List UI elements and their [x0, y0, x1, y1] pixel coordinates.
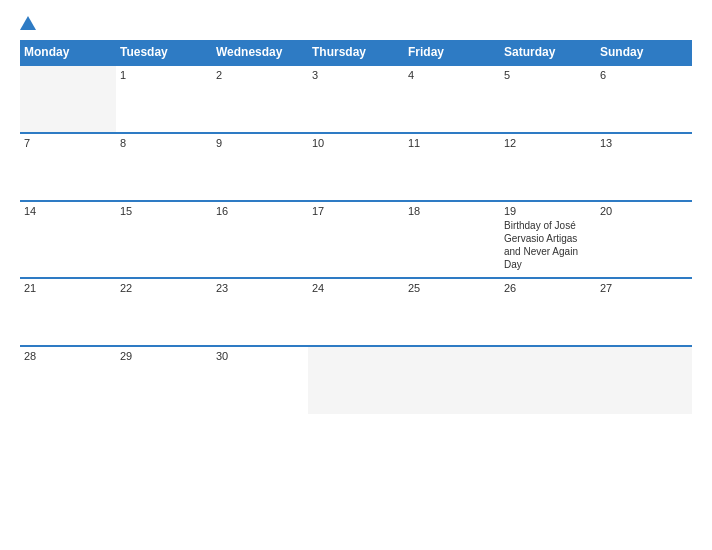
calendar-day-cell: 10 — [308, 133, 404, 201]
calendar-day-cell: 1 — [116, 65, 212, 133]
calendar-day-cell: 21 — [20, 278, 116, 346]
calendar-day-cell: 5 — [500, 65, 596, 133]
day-number: 18 — [408, 205, 496, 217]
day-number: 25 — [408, 282, 496, 294]
calendar-day-cell — [20, 65, 116, 133]
weekday-header-tuesday: Tuesday — [116, 40, 212, 65]
calendar-day-cell: 18 — [404, 201, 500, 278]
calendar-day-cell: 25 — [404, 278, 500, 346]
calendar-day-cell: 12 — [500, 133, 596, 201]
day-number: 17 — [312, 205, 400, 217]
weekday-header-saturday: Saturday — [500, 40, 596, 65]
calendar-day-cell: 28 — [20, 346, 116, 414]
day-number: 14 — [24, 205, 112, 217]
calendar-day-cell: 29 — [116, 346, 212, 414]
calendar-day-cell: 17 — [308, 201, 404, 278]
calendar-day-cell: 14 — [20, 201, 116, 278]
calendar-day-cell: 6 — [596, 65, 692, 133]
day-number: 24 — [312, 282, 400, 294]
calendar-table: MondayTuesdayWednesdayThursdayFridaySatu… — [20, 40, 692, 414]
calendar-week-row: 123456 — [20, 65, 692, 133]
calendar-day-cell: 20 — [596, 201, 692, 278]
calendar-header-row: MondayTuesdayWednesdayThursdayFridaySatu… — [20, 40, 692, 65]
calendar-day-cell: 30 — [212, 346, 308, 414]
day-number: 1 — [120, 69, 208, 81]
calendar-day-cell: 23 — [212, 278, 308, 346]
day-number: 16 — [216, 205, 304, 217]
day-number: 28 — [24, 350, 112, 362]
calendar-day-cell — [404, 346, 500, 414]
day-number: 22 — [120, 282, 208, 294]
calendar-day-cell — [308, 346, 404, 414]
days-header: MondayTuesdayWednesdayThursdayFridaySatu… — [20, 40, 692, 65]
calendar-day-cell: 4 — [404, 65, 500, 133]
calendar-day-cell: 13 — [596, 133, 692, 201]
day-number: 11 — [408, 137, 496, 149]
day-number: 30 — [216, 350, 304, 362]
day-number: 15 — [120, 205, 208, 217]
calendar-day-cell — [596, 346, 692, 414]
calendar-week-row: 21222324252627 — [20, 278, 692, 346]
logo — [20, 18, 38, 30]
calendar-day-cell: 9 — [212, 133, 308, 201]
calendar-day-cell: 8 — [116, 133, 212, 201]
calendar-day-cell: 16 — [212, 201, 308, 278]
weekday-header-friday: Friday — [404, 40, 500, 65]
calendar-day-cell: 11 — [404, 133, 500, 201]
day-number: 8 — [120, 137, 208, 149]
logo-blue-row — [20, 18, 38, 30]
day-number: 12 — [504, 137, 592, 149]
weekday-header-monday: Monday — [20, 40, 116, 65]
weekday-header-wednesday: Wednesday — [212, 40, 308, 65]
calendar-day-cell: 2 — [212, 65, 308, 133]
day-number: 3 — [312, 69, 400, 81]
logo-triangle-icon — [20, 16, 36, 30]
calendar-week-row: 282930 — [20, 346, 692, 414]
day-number: 23 — [216, 282, 304, 294]
calendar-day-cell: 19Birthday of José Gervasio Artigas and … — [500, 201, 596, 278]
calendar-day-cell: 15 — [116, 201, 212, 278]
day-number: 13 — [600, 137, 688, 149]
calendar-week-row: 78910111213 — [20, 133, 692, 201]
day-number: 2 — [216, 69, 304, 81]
calendar-day-cell: 7 — [20, 133, 116, 201]
day-number: 20 — [600, 205, 688, 217]
day-number: 5 — [504, 69, 592, 81]
calendar-week-row: 141516171819Birthday of José Gervasio Ar… — [20, 201, 692, 278]
day-number: 27 — [600, 282, 688, 294]
day-number: 29 — [120, 350, 208, 362]
weekday-header-thursday: Thursday — [308, 40, 404, 65]
day-number: 19 — [504, 205, 592, 217]
calendar-day-cell — [500, 346, 596, 414]
day-number: 9 — [216, 137, 304, 149]
event-text: Birthday of José Gervasio Artigas and Ne… — [504, 220, 578, 270]
day-number: 26 — [504, 282, 592, 294]
day-number: 6 — [600, 69, 688, 81]
calendar-day-cell: 24 — [308, 278, 404, 346]
day-number: 10 — [312, 137, 400, 149]
day-number: 21 — [24, 282, 112, 294]
calendar-day-cell: 26 — [500, 278, 596, 346]
day-number: 7 — [24, 137, 112, 149]
calendar-body: 12345678910111213141516171819Birthday of… — [20, 65, 692, 414]
day-number: 4 — [408, 69, 496, 81]
calendar-header — [20, 18, 692, 30]
calendar-page: MondayTuesdayWednesdayThursdayFridaySatu… — [0, 0, 712, 550]
weekday-header-sunday: Sunday — [596, 40, 692, 65]
calendar-day-cell: 3 — [308, 65, 404, 133]
calendar-day-cell: 22 — [116, 278, 212, 346]
calendar-day-cell: 27 — [596, 278, 692, 346]
